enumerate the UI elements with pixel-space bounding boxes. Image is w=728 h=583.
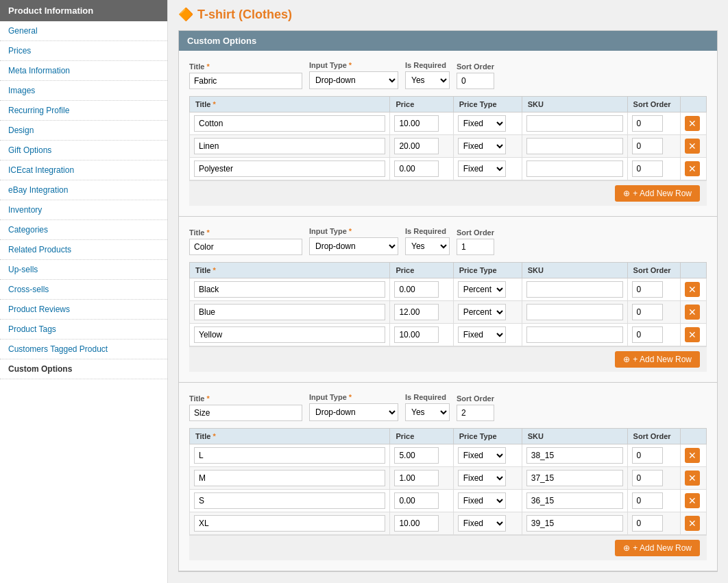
- row-sort-input[interactable]: [632, 115, 663, 132]
- row-price-input[interactable]: [394, 492, 439, 509]
- row-price-type-select[interactable]: FixedPercent: [458, 470, 506, 486]
- sidebar-item-meta-information[interactable]: Meta Information: [0, 61, 167, 81]
- row-price-type-select[interactable]: FixedPercent: [458, 326, 506, 343]
- row-price-input[interactable]: [394, 326, 439, 343]
- add-new-row-button-fabric[interactable]: ⊕ + Add New Row: [615, 185, 700, 202]
- row-sort-input[interactable]: [632, 447, 663, 464]
- sidebar-item-product-reviews[interactable]: Product Reviews: [0, 300, 167, 320]
- row-price-type-select[interactable]: FixedPercent: [458, 138, 506, 154]
- is-required-field-group: Is RequiredYesNo: [405, 393, 450, 421]
- row-sku-input[interactable]: [526, 304, 623, 320]
- sidebar-item-gift-options[interactable]: Gift Options: [0, 141, 167, 160]
- delete-row-button[interactable]: ✕: [685, 516, 700, 531]
- delete-row-button[interactable]: ✕: [685, 116, 700, 131]
- sidebar-item-up-sells[interactable]: Up-sells: [0, 260, 167, 280]
- row-price-type-select[interactable]: FixedPercent: [458, 515, 506, 532]
- row-sort-input[interactable]: [632, 326, 663, 343]
- option-title-input-fabric[interactable]: [189, 73, 302, 89]
- row-title-input[interactable]: [194, 115, 385, 132]
- sidebar-item-product-tags[interactable]: Product Tags: [0, 320, 167, 340]
- row-sku-input[interactable]: [526, 515, 623, 532]
- sidebar-item-icecat-integration[interactable]: ICEcat Integration: [0, 160, 167, 180]
- row-sort-input[interactable]: [632, 160, 663, 177]
- row-title-input[interactable]: [194, 160, 385, 177]
- add-new-row-button-color[interactable]: ⊕ + Add New Row: [615, 351, 700, 368]
- option-title-input-color[interactable]: [189, 239, 302, 255]
- row-sort-input[interactable]: [632, 492, 663, 509]
- sidebar-item-customers-tagged-product[interactable]: Customers Tagged Product: [0, 340, 167, 359]
- delete-row-button[interactable]: ✕: [685, 305, 700, 320]
- sidebar-item-ebay-integration[interactable]: eBay Integration: [0, 180, 167, 200]
- row-sku-input[interactable]: [526, 138, 623, 154]
- delete-row-button[interactable]: ✕: [685, 493, 700, 508]
- row-price-input[interactable]: [394, 470, 439, 486]
- row-title-input[interactable]: [194, 138, 385, 154]
- sidebar-item-images[interactable]: Images: [0, 81, 167, 101]
- option-groups-container: Title *Input Type *Drop-downRadio Button…: [179, 51, 717, 571]
- delete-row-button[interactable]: ✕: [685, 448, 700, 463]
- is-required-select-fabric[interactable]: YesNo: [405, 71, 450, 89]
- sidebar-item-general[interactable]: General: [0, 21, 167, 41]
- row-sku-input[interactable]: [526, 281, 623, 298]
- sort-order-input-size[interactable]: [457, 405, 494, 421]
- row-sku-input[interactable]: [526, 492, 623, 509]
- sidebar-item-prices[interactable]: Prices: [0, 41, 167, 61]
- delete-row-button[interactable]: ✕: [685, 327, 700, 342]
- delete-row-button[interactable]: ✕: [685, 471, 700, 486]
- delete-row-button[interactable]: ✕: [685, 161, 700, 176]
- is-required-select-color[interactable]: YesNo: [405, 237, 450, 255]
- sort-order-label: Sort Order: [457, 62, 494, 71]
- row-price-input[interactable]: [394, 281, 439, 298]
- row-sku-input[interactable]: [526, 447, 623, 464]
- row-sku-input[interactable]: [526, 115, 623, 132]
- input-type-select-fabric[interactable]: Drop-downRadio ButtonsCheckboxMultiple S…: [309, 71, 398, 89]
- input-type-label: Input Type *: [309, 61, 398, 69]
- row-title-input[interactable]: [194, 326, 385, 343]
- row-sku-input[interactable]: [526, 326, 623, 343]
- row-sort-input[interactable]: [632, 138, 663, 154]
- row-sku-input[interactable]: [526, 470, 623, 486]
- sidebar-item-design[interactable]: Design: [0, 121, 167, 141]
- row-sku-input[interactable]: [526, 160, 623, 177]
- row-price-type-select[interactable]: FixedPercent: [458, 492, 506, 509]
- row-price-type-select[interactable]: FixedPercent: [458, 160, 506, 177]
- input-type-select-color[interactable]: Drop-downRadio ButtonsCheckboxMultiple S…: [309, 237, 398, 255]
- row-title-input[interactable]: [194, 515, 385, 532]
- sidebar-item-recurring-profile[interactable]: Recurring Profile: [0, 101, 167, 121]
- row-sort-input[interactable]: [632, 304, 663, 320]
- delete-row-button[interactable]: ✕: [685, 282, 700, 297]
- row-price-type-select[interactable]: FixedPercent: [458, 447, 506, 464]
- row-sort-input[interactable]: [632, 281, 663, 298]
- sort-order-input-fabric[interactable]: [457, 73, 494, 89]
- col-action-header: [680, 97, 707, 112]
- row-sort-input[interactable]: [632, 470, 663, 486]
- input-type-select-size[interactable]: Drop-downRadio ButtonsCheckboxMultiple S…: [309, 403, 398, 421]
- row-title-input[interactable]: [194, 492, 385, 509]
- row-title-input[interactable]: [194, 304, 385, 320]
- is-required-select-size[interactable]: YesNo: [405, 403, 450, 421]
- row-price-input[interactable]: [394, 160, 439, 177]
- row-price-type-select[interactable]: FixedPercent: [458, 281, 506, 298]
- option-group-fabric: Title *Input Type *Drop-downRadio Button…: [179, 51, 717, 217]
- row-price-input[interactable]: [394, 515, 439, 532]
- sort-order-input-color[interactable]: [457, 239, 494, 255]
- sidebar-item-related-products[interactable]: Related Products: [0, 240, 167, 260]
- sidebar-item-inventory[interactable]: Inventory: [0, 200, 167, 220]
- page-title: 🔶 T-shirt (Clothes): [178, 7, 718, 22]
- delete-row-button[interactable]: ✕: [685, 139, 700, 154]
- row-price-input[interactable]: [394, 304, 439, 320]
- row-price-type-select[interactable]: FixedPercent: [458, 115, 506, 132]
- row-title-input[interactable]: [194, 470, 385, 486]
- add-new-row-button-size[interactable]: ⊕ + Add New Row: [615, 540, 700, 556]
- row-price-type-select[interactable]: FixedPercent: [458, 304, 506, 320]
- sidebar-item-categories[interactable]: Categories: [0, 220, 167, 240]
- row-price-input[interactable]: [394, 138, 439, 154]
- option-title-input-size[interactable]: [189, 405, 302, 421]
- row-sort-input[interactable]: [632, 515, 663, 532]
- sidebar-item-cross-sells[interactable]: Cross-sells: [0, 280, 167, 300]
- row-price-input[interactable]: [394, 447, 439, 464]
- row-title-input[interactable]: [194, 447, 385, 464]
- row-price-input[interactable]: [394, 115, 439, 132]
- sidebar-item-custom-options[interactable]: Custom Options: [0, 359, 167, 379]
- row-title-input[interactable]: [194, 281, 385, 298]
